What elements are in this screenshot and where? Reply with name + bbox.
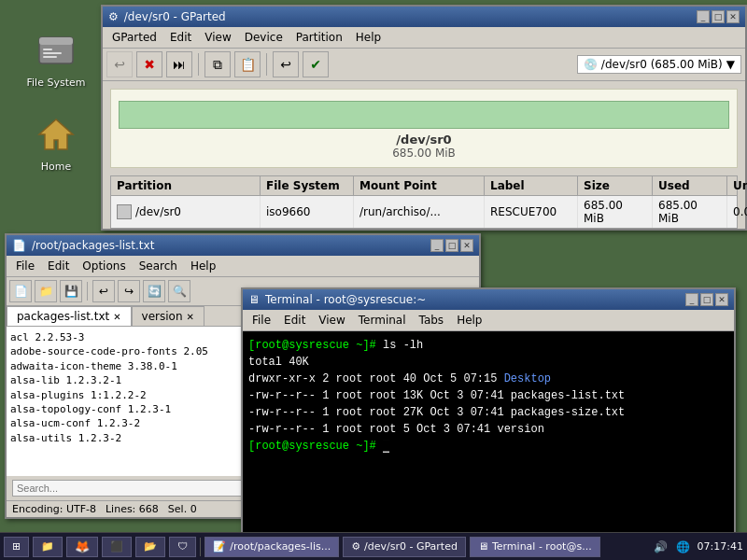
editor-task-icon: 📝 bbox=[213, 540, 226, 553]
shield-icon: 🛡 bbox=[177, 540, 188, 553]
editor-search-button[interactable]: 🔍 bbox=[168, 280, 190, 302]
menu-edit[interactable]: Edit bbox=[164, 29, 197, 46]
home-icon bbox=[34, 112, 78, 157]
toolbar-copy-button[interactable]: ⧉ bbox=[204, 51, 231, 77]
terminal-task-icon: 🖥 bbox=[478, 540, 488, 553]
term-line-3: drwxr-xr-x 2 root root 40 Oct 5 07:15 De… bbox=[248, 371, 728, 387]
term-line-4: -rw-r--r-- 1 root root 13K Oct 3 07:41 p… bbox=[248, 387, 728, 404]
terminal2-icon: ⬛ bbox=[110, 540, 123, 553]
editor-save-button[interactable]: 💾 bbox=[60, 280, 82, 302]
col-size: Size bbox=[578, 176, 653, 195]
terminal-menu-tabs[interactable]: Tabs bbox=[414, 312, 450, 329]
toolbar-cancel-button[interactable]: ✖ bbox=[136, 51, 162, 77]
toolbar-paste-button[interactable]: 📋 bbox=[234, 51, 261, 77]
editor-tab-packages[interactable]: packages-list.txt ✕ bbox=[7, 306, 132, 326]
partition-color-icon bbox=[117, 204, 132, 219]
editor-menu-search[interactable]: Search bbox=[134, 258, 183, 274]
editor-open-button[interactable]: 📁 bbox=[35, 280, 57, 302]
gparted-close-button[interactable]: ✕ bbox=[726, 10, 740, 23]
taskbar-firefox-button[interactable]: 🦊 bbox=[66, 537, 98, 557]
editor-redo2-button[interactable]: 🔄 bbox=[143, 280, 165, 302]
taskbar-editor-button[interactable]: 📝 /root/packages-lis... bbox=[204, 537, 339, 557]
editor-undo-button[interactable]: ↩ bbox=[92, 280, 115, 302]
col-unused: Unused bbox=[727, 176, 747, 195]
terminal-menu-edit[interactable]: Edit bbox=[278, 312, 311, 329]
svg-rect-2 bbox=[43, 49, 52, 50]
menu-gparted[interactable]: GParted bbox=[106, 29, 162, 46]
menu-view[interactable]: View bbox=[199, 29, 236, 46]
col-filesystem: File System bbox=[261, 176, 354, 195]
volume-icon[interactable]: 🔊 bbox=[653, 539, 669, 555]
terminal-maximize-button[interactable]: □ bbox=[700, 293, 713, 306]
terminal-menu-terminal[interactable]: Terminal bbox=[353, 312, 412, 329]
editor-redo-button[interactable]: ↪ bbox=[118, 280, 140, 302]
menu-device[interactable]: Device bbox=[239, 29, 289, 46]
toolbar-new-button[interactable]: ↩ bbox=[106, 51, 133, 77]
col-partition: Partition bbox=[111, 176, 261, 195]
editor-maximize-button[interactable]: □ bbox=[445, 239, 458, 252]
svg-marker-5 bbox=[39, 119, 73, 149]
network-icon[interactable]: 🌐 bbox=[675, 539, 692, 555]
disk-label: /dev/sr0 bbox=[119, 133, 729, 147]
taskbar-gparted-button[interactable]: ⚙ /dev/sr0 - GParted bbox=[343, 537, 466, 557]
gparted-maximize-button[interactable]: □ bbox=[712, 10, 725, 23]
taskbar-right: 🔊 🌐 07:17:41 bbox=[653, 539, 743, 555]
terminal-minimize-button[interactable]: _ bbox=[685, 293, 698, 306]
editor-title: /root/packages-list.txt bbox=[32, 239, 154, 252]
menu-partition[interactable]: Partition bbox=[290, 29, 348, 46]
cell-partition: /dev/sr0 bbox=[111, 196, 261, 228]
taskbar-separator bbox=[200, 538, 201, 556]
taskbar-shield-button[interactable]: 🛡 bbox=[169, 537, 196, 557]
gparted-minimize-button[interactable]: _ bbox=[697, 10, 710, 23]
terminal-menu-file[interactable]: File bbox=[247, 312, 276, 329]
terminal-close-button[interactable]: ✕ bbox=[715, 293, 728, 306]
col-mountpoint: Mount Point bbox=[354, 176, 485, 195]
editor-menu-bar: File Edit Options Search Help bbox=[7, 256, 479, 277]
term-line-7: [root@sysrescue ~]# █ bbox=[248, 438, 728, 455]
partition-table: Partition File System Mount Point Label … bbox=[110, 175, 738, 229]
disk-icon: 💿 bbox=[584, 58, 598, 71]
editor-new-button[interactable]: 📄 bbox=[9, 280, 32, 302]
table-row[interactable]: /dev/sr0 iso9660 /run/archiso/... RESCUE… bbox=[111, 196, 737, 228]
editor-tab-version[interactable]: version ✕ bbox=[132, 306, 204, 326]
gparted-toolbar: ↩ ✖ ⏭ ⧉ 📋 ↩ ✔ 💿 /dev/sr0 (685.00 MiB) ▼ bbox=[103, 49, 745, 81]
taskbar-terminal-button[interactable]: 🖥 Terminal - root@s... bbox=[470, 537, 600, 557]
terminal-icon: 🖥 bbox=[248, 293, 260, 306]
taskbar-files-button[interactable]: 📁 bbox=[33, 537, 63, 557]
svg-rect-3 bbox=[43, 52, 62, 54]
gparted-icon: ⚙ bbox=[108, 10, 119, 23]
terminal-menu-view[interactable]: View bbox=[313, 312, 350, 329]
device-selector[interactable]: 💿 /dev/sr0 (685.00 MiB) ▼ bbox=[577, 55, 741, 74]
terminal-menu-help[interactable]: Help bbox=[451, 312, 487, 329]
taskbar-files2-button[interactable]: 📂 bbox=[135, 537, 165, 557]
cell-unused: 0.00 B bbox=[727, 196, 747, 228]
editor-tab-version-close[interactable]: ✕ bbox=[187, 312, 194, 322]
gparted-task-label: /dev/sr0 - GParted bbox=[364, 540, 458, 553]
col-label: Label bbox=[485, 176, 578, 195]
menu-help[interactable]: Help bbox=[350, 29, 387, 46]
editor-menu-help[interactable]: Help bbox=[185, 258, 221, 274]
taskbar-apps-button[interactable]: ⊞ bbox=[4, 537, 29, 557]
table-header-row: Partition File System Mount Point Label … bbox=[111, 176, 737, 196]
disk-visualization: /dev/sr0 685.00 MiB bbox=[110, 89, 738, 168]
editor-minimize-button[interactable]: _ bbox=[430, 239, 444, 252]
editor-tab-packages-close[interactable]: ✕ bbox=[113, 312, 120, 322]
term-line-6: -rw-r--r-- 1 root root 5 Oct 3 07:41 ver… bbox=[248, 421, 728, 438]
toolbar-apply-button[interactable]: ✔ bbox=[303, 51, 329, 77]
editor-close-button[interactable]: ✕ bbox=[460, 239, 473, 252]
cell-size: 685.00 MiB bbox=[578, 196, 653, 228]
editor-titlebar: 📄 /root/packages-list.txt _ □ ✕ bbox=[7, 235, 479, 256]
desktop-icon-home[interactable]: Home bbox=[19, 112, 93, 173]
editor-menu-file[interactable]: File bbox=[10, 258, 40, 274]
editor-menu-options[interactable]: Options bbox=[77, 258, 131, 274]
cell-filesystem: iso9660 bbox=[261, 196, 354, 228]
terminal-content[interactable]: [root@sysrescue ~]# ls -lh total 40K drw… bbox=[243, 331, 734, 537]
terminal-window-controls: _ □ ✕ bbox=[685, 293, 728, 306]
desktop-icon-filesystem[interactable]: File System bbox=[19, 28, 93, 89]
toolbar-apply-all-button[interactable]: ⏭ bbox=[166, 51, 192, 77]
toolbar-undo-button[interactable]: ↩ bbox=[273, 51, 299, 77]
cell-mountpoint: /run/archiso/... bbox=[354, 196, 485, 228]
terminal-task-label: Terminal - root@s... bbox=[492, 540, 592, 553]
editor-menu-edit[interactable]: Edit bbox=[42, 258, 75, 274]
taskbar-terminal2-button[interactable]: ⬛ bbox=[102, 537, 132, 557]
